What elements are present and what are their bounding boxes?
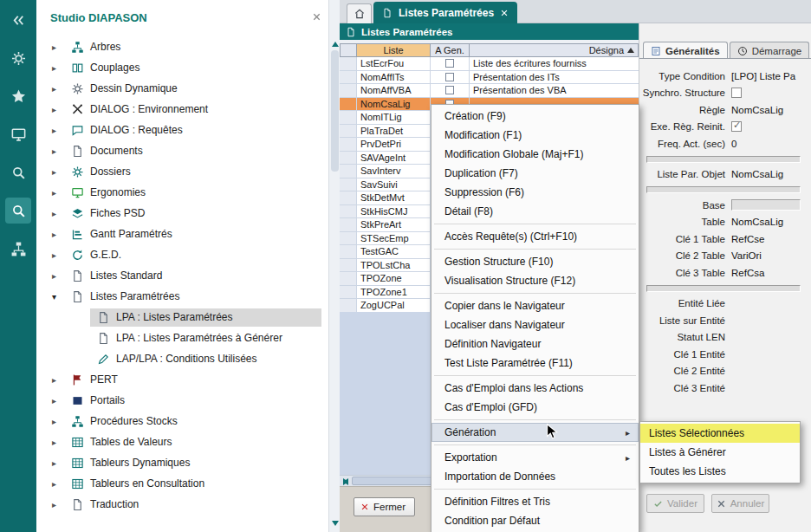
expand-chevron-icon[interactable] (52, 230, 64, 239)
tree-item[interactable]: LAP/LPA : Conditions Utilisées (36, 348, 328, 369)
menu-item[interactable]: Définition Filtres et Tris (431, 492, 639, 511)
tree-item[interactable]: Listes Standard (36, 265, 328, 286)
submenu-item[interactable]: Listes à Générer (640, 443, 800, 462)
menu-item[interactable]: Modification (F1) (431, 126, 639, 145)
tree-item[interactable]: Tables de Valeurs (36, 431, 328, 452)
row-selector[interactable] (340, 299, 357, 312)
menu-item[interactable]: Condition par Défaut (431, 511, 639, 530)
rail-item[interactable] (5, 198, 31, 224)
expand-chevron-icon[interactable] (52, 84, 64, 94)
expand-chevron-icon[interactable] (52, 188, 64, 198)
table-row[interactable]: LstEcrFou Liste des écritures fourniss (340, 57, 639, 71)
agen-checkbox[interactable] (445, 86, 454, 94)
tree-item[interactable]: DIALOG : Requêtes (36, 120, 328, 140)
expand-chevron-icon[interactable] (52, 146, 64, 156)
row-selector[interactable] (340, 286, 357, 299)
panel-tab[interactable]: Généralités (643, 42, 728, 59)
tree-item[interactable]: Portails (36, 390, 328, 411)
menu-item[interactable]: Importation de Données (431, 467, 639, 486)
form-button[interactable]: Valider (646, 494, 704, 513)
agen-checkbox[interactable] (445, 59, 454, 68)
expand-chevron-icon[interactable] (52, 42, 64, 52)
field-checkbox[interactable] (731, 88, 742, 98)
menu-item[interactable]: Définition Navigateur (431, 334, 639, 354)
expand-chevron-icon[interactable] (52, 417, 64, 426)
header-agen[interactable]: A Gen. (431, 43, 470, 57)
expand-chevron-icon[interactable] (52, 105, 64, 114)
menu-item[interactable]: Test Liste Paramétrée (F11) (431, 354, 639, 373)
row-selector[interactable] (340, 138, 357, 151)
agen-checkbox[interactable] (445, 73, 454, 81)
expand-chevron-icon[interactable] (52, 396, 64, 405)
row-selector[interactable] (340, 259, 357, 272)
submenu-item[interactable]: Listes Sélectionnées (640, 424, 800, 443)
tree-item[interactable]: Procédures Stocks (36, 411, 328, 431)
tree-scroll-thumb[interactable] (331, 50, 339, 172)
rail-item[interactable] (5, 7, 31, 33)
tree-item[interactable]: PERT (36, 369, 328, 390)
menu-item[interactable]: Gestion Structure (F10) (431, 252, 639, 271)
menu-item[interactable]: Génération (431, 423, 639, 442)
field-value[interactable]: VariOri (731, 250, 811, 261)
expand-chevron-icon[interactable] (52, 271, 64, 281)
tree-item[interactable]: Gantt Paramétrés (36, 224, 328, 244)
row-selector[interactable] (340, 71, 357, 84)
expand-chevron-icon[interactable] (52, 209, 64, 218)
rail-item[interactable] (5, 236, 31, 262)
fermer-button[interactable]: Fermer (354, 497, 415, 516)
tree-item[interactable]: LPA : Listes Paramétrées (36, 307, 328, 328)
field-value[interactable]: 0 (731, 139, 811, 149)
row-selector[interactable] (340, 57, 357, 70)
expand-chevron-icon[interactable] (52, 500, 64, 509)
row-selector[interactable] (340, 165, 357, 178)
tree-item[interactable]: Fiches PSD (36, 203, 328, 224)
field-value[interactable]: RefCse (731, 234, 811, 244)
row-selector[interactable] (340, 178, 357, 191)
row-selector[interactable] (340, 218, 357, 231)
form-button[interactable]: Annuler (711, 494, 769, 513)
home-tab[interactable] (347, 3, 372, 23)
menu-item[interactable]: Modification Globale (Maj+F1) (431, 145, 639, 164)
tree-item[interactable]: LPA : Listes Paramétrées à Générer (36, 328, 328, 348)
tree-item[interactable]: DIALOG : Environnement (36, 99, 328, 120)
menu-item[interactable]: Accès Requête(s) (Ctrl+F10) (431, 227, 639, 246)
expand-chevron-icon[interactable] (52, 458, 64, 468)
expand-chevron-icon[interactable] (52, 63, 64, 73)
menu-item[interactable]: Visualisation Structure (F12) (431, 271, 639, 290)
tree-item[interactable]: Documents (36, 140, 328, 161)
row-selector[interactable] (340, 191, 357, 204)
header-liste[interactable]: Liste (357, 43, 431, 57)
field-value[interactable]: RefCsa (731, 268, 811, 278)
tab-listes-parametrees[interactable]: Listes Paramétrées (373, 2, 517, 23)
row-selector[interactable] (340, 232, 357, 245)
rail-item[interactable] (5, 121, 31, 147)
row-selector[interactable] (340, 125, 357, 138)
tree-item[interactable]: Arbres (36, 36, 328, 57)
expand-chevron-icon[interactable] (52, 292, 64, 302)
field-checkbox[interactable] (731, 121, 742, 132)
field-value[interactable]: NomCsaLig (731, 105, 811, 115)
table-row[interactable]: NomAffVBA Présentation des VBA (340, 84, 639, 98)
expand-chevron-icon[interactable] (52, 250, 64, 260)
tree-item[interactable]: Couplages (36, 57, 328, 78)
row-selector[interactable] (340, 205, 357, 218)
row-selector[interactable] (340, 245, 357, 258)
field-value[interactable]: NomCsaLig (731, 169, 811, 179)
tree-item[interactable]: Tableurs en Consultation (36, 473, 328, 494)
menu-item[interactable]: Cas d'Emploi dans les Actions (431, 379, 639, 398)
menu-item[interactable]: Cas d'Emploi (GFD) (431, 398, 639, 417)
tree-item[interactable]: Tableurs Dynamiques (36, 452, 328, 473)
menu-item[interactable]: Duplication (F7) (431, 164, 639, 183)
rail-item[interactable] (5, 45, 31, 71)
rail-item[interactable] (5, 83, 31, 109)
row-selector[interactable] (340, 272, 357, 285)
menu-item[interactable]: Copier dans le Navigateur (431, 296, 639, 315)
rail-item[interactable] (5, 159, 31, 185)
field-value[interactable]: NomCsaLig (731, 217, 811, 227)
panel-tab[interactable]: Démarrage (730, 42, 810, 59)
tab-close-icon[interactable] (500, 9, 509, 17)
menu-item[interactable]: Création (F9) (431, 107, 639, 126)
submenu-item[interactable]: Toutes les Listes (640, 462, 800, 481)
row-selector[interactable] (340, 84, 357, 97)
table-row[interactable]: NomAffITs Présentation des ITs (340, 71, 639, 85)
